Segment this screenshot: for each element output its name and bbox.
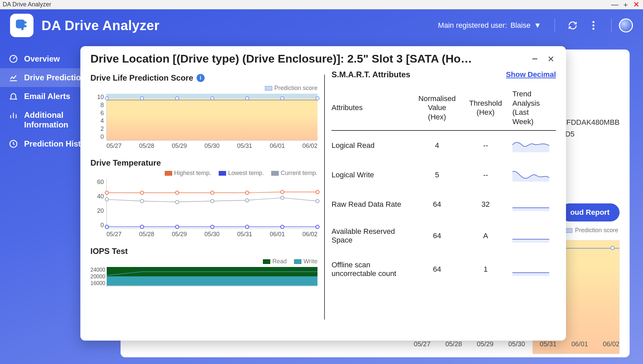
sidebar-item-email-alerts[interactable]: Email Alerts — [0, 87, 84, 106]
window-title: DA Drive Analyzer — [3, 1, 51, 8]
cell-value: 64 — [412, 200, 462, 209]
cell-threshold: A — [462, 232, 509, 240]
col-trend: TrendAnalysis(LastWeek) — [509, 89, 556, 126]
close-modal-icon[interactable] — [546, 54, 556, 64]
cell-attribute: Offline scan uncorrectable count — [332, 261, 412, 278]
user-name: Blaise — [510, 21, 530, 30]
background-x-axis: 05/2705/2805/2905/3005/3106/0106/02 — [414, 340, 620, 348]
cell-trend-sparkline — [509, 168, 549, 182]
close-icon[interactable]: ✕ — [632, 0, 640, 9]
sidebar-item-label: AdditionalInformation — [24, 110, 68, 130]
svg-point-3 — [21, 28, 24, 30]
svg-point-1 — [24, 21, 27, 24]
smart-table: Attributes NormalisedValue(Hex) Threshol… — [332, 89, 556, 286]
temperature-chart: 6040200 — [90, 179, 317, 229]
sidebar-item-label: Overview — [24, 54, 60, 64]
temperature-block: Drive Temperature Highest temp. Lowest t… — [90, 158, 317, 238]
iops-block: IOPS Test Read Write 240002000016000 — [90, 247, 317, 286]
cell-threshold: -- — [462, 141, 509, 150]
sidebar-item-prediction-history[interactable]: Prediction History — [0, 134, 84, 153]
table-row: Logical Read4-- — [332, 131, 556, 160]
bar-chart-icon — [9, 110, 18, 120]
app-logo — [10, 14, 33, 37]
col-normalised-value: NormalisedValue(Hex) — [412, 94, 462, 122]
sidebar-item-label: Email Alerts — [24, 92, 70, 101]
user-label: Main registered user: — [438, 21, 507, 30]
refresh-icon[interactable] — [568, 20, 578, 30]
cell-trend-sparkline — [509, 229, 549, 243]
svg-rect-0 — [16, 19, 24, 28]
table-row: Raw Read Data Rate6432 — [332, 190, 556, 219]
table-row: Logical Write5-- — [332, 160, 556, 190]
modal-title: Drive Location [(Drive type) (Drive Encl… — [90, 52, 524, 65]
os-titlebar: DA Drive Analyzer — ＋ ✕ — [0, 0, 643, 9]
bell-icon — [9, 92, 18, 101]
sidebar-item-label: Drive Predictions — [24, 73, 84, 82]
drive-detail-modal: Drive Location [(Drive type) (Drive Encl… — [80, 46, 566, 341]
table-row: Offline scan uncorrectable count641 — [332, 253, 556, 286]
prediction-title: Drive Life Prediction Score — [90, 73, 193, 83]
cell-value: 4 — [412, 141, 462, 150]
prediction-chart: 1086420 — [90, 94, 317, 141]
cell-attribute: Raw Read Data Rate — [332, 200, 412, 209]
app-header: DA Drive Analyzer Main registered user: … — [0, 9, 643, 41]
kebab-menu-icon[interactable] — [588, 20, 598, 30]
smart-column: S.M.A.R.T. Attributes Show Decimal Attri… — [332, 65, 556, 333]
cell-attribute: Logical Write — [332, 171, 412, 179]
cell-trend-sparkline — [509, 139, 549, 152]
cell-value: 64 — [412, 265, 462, 274]
divider — [611, 19, 612, 32]
info-icon[interactable]: i — [197, 74, 205, 82]
minimize-icon[interactable]: — — [611, 0, 619, 9]
temperature-title: Drive Temperature — [90, 158, 161, 168]
cell-threshold: 1 — [462, 265, 509, 274]
sidebar-item-additional-information[interactable]: AdditionalInformation — [0, 106, 84, 134]
cell-attribute: Available Reserved Space — [332, 227, 412, 245]
user-menu[interactable]: Main registered user: Blaise ▼ — [438, 21, 547, 30]
cell-trend-sparkline — [509, 198, 549, 211]
iops-chart: 240002000016000 — [90, 267, 317, 286]
chart-line-icon — [9, 73, 18, 82]
avatar[interactable] — [619, 18, 633, 32]
chevron-down-icon: ▼ — [534, 21, 541, 30]
minimize-modal-icon[interactable] — [530, 54, 540, 64]
maximize-icon[interactable]: ＋ — [622, 0, 630, 10]
legend-prediction-score: Prediction score — [565, 227, 618, 234]
svg-point-2 — [24, 25, 27, 27]
iops-title: IOPS Test — [90, 247, 128, 256]
show-decimal-link[interactable]: Show Decimal — [506, 70, 556, 79]
app-shell: DA Drive Analyzer Main registered user: … — [0, 9, 643, 364]
app-title: DA Drive Analyzer — [42, 18, 159, 33]
cell-threshold: -- — [462, 171, 509, 179]
cell-trend-sparkline — [509, 263, 549, 276]
cloud-report-button[interactable]: oud Report — [560, 203, 620, 221]
divider — [555, 19, 555, 32]
col-threshold: Threshold(Hex) — [462, 99, 509, 117]
sidebar: Overview Drive Predictions Email Alerts … — [0, 50, 84, 153]
cell-threshold: 32 — [462, 200, 509, 209]
sidebar-item-label: Prediction History — [24, 139, 84, 149]
gauge-icon — [9, 54, 18, 64]
cell-value: 5 — [412, 171, 462, 179]
cell-value: 64 — [412, 232, 462, 240]
table-row: Available Reserved Space64A — [332, 219, 556, 253]
cell-attribute: Logical Read — [332, 141, 412, 150]
charts-column: Drive Life Prediction Score i Prediction… — [90, 65, 317, 333]
history-icon — [9, 139, 18, 149]
column-divider — [324, 75, 325, 320]
sidebar-item-drive-predictions[interactable]: Drive Predictions — [0, 68, 84, 87]
prediction-score-block: Drive Life Prediction Score i Prediction… — [90, 73, 317, 150]
sidebar-item-overview[interactable]: Overview — [0, 50, 84, 68]
col-attributes: Attributes — [332, 103, 412, 112]
smart-title: S.M.A.R.T. Attributes — [332, 70, 410, 79]
smart-header-row: Attributes NormalisedValue(Hex) Threshol… — [332, 89, 556, 131]
